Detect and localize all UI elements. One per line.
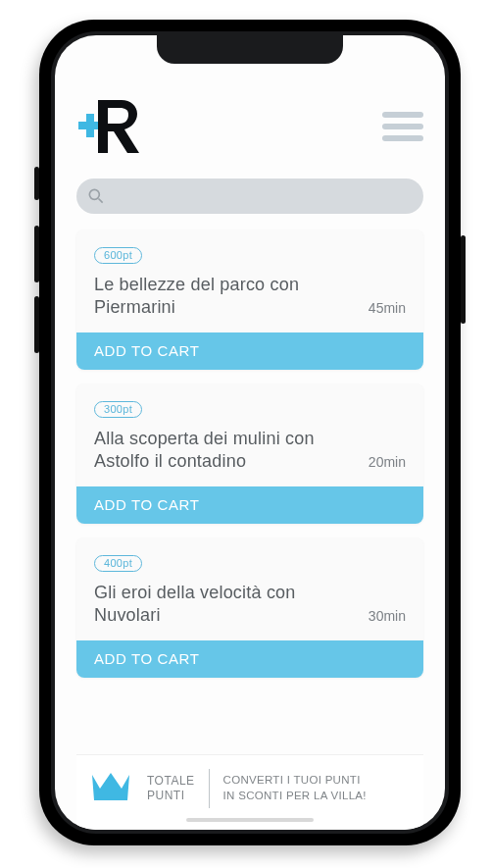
total-points-label: TOTALEPUNTI <box>147 774 195 803</box>
volume-down <box>34 296 39 353</box>
search-icon <box>86 186 106 206</box>
list-item[interactable]: 400pt Gli eroi della velocità con Nuvola… <box>76 537 423 678</box>
mute-switch <box>34 167 39 200</box>
side-button <box>461 235 466 324</box>
volume-up <box>34 226 39 282</box>
list-item[interactable]: 600pt Le bellezze del parco con Piermari… <box>76 230 423 370</box>
item-title: Alla scoperta dei mulini con Astolfo il … <box>94 428 355 473</box>
add-to-cart-button[interactable]: ADD TO CART <box>76 486 423 524</box>
convert-points-cta[interactable]: CONVERTI I TUOI PUNTIIN SCONTI PER LA VI… <box>223 773 416 803</box>
crown-icon <box>88 767 133 810</box>
menu-icon[interactable] <box>382 112 423 141</box>
points-badge: 600pt <box>94 247 142 264</box>
product-list: 600pt Le bellezze del parco con Piermari… <box>76 230 423 678</box>
search-bar[interactable] <box>76 179 423 214</box>
search-input[interactable] <box>106 179 423 214</box>
add-to-cart-button[interactable]: ADD TO CART <box>76 640 423 678</box>
notch <box>157 35 343 64</box>
divider <box>209 769 210 808</box>
svg-point-2 <box>89 189 99 199</box>
device-frame: 600pt Le bellezze del parco con Piermari… <box>39 20 461 845</box>
points-badge: 300pt <box>94 401 142 418</box>
svg-rect-1 <box>86 114 94 137</box>
points-badge: 400pt <box>94 555 142 572</box>
screen: 600pt Le bellezze del parco con Piermari… <box>55 35 445 830</box>
item-duration: 20min <box>369 454 406 473</box>
app-logo <box>76 96 145 157</box>
home-indicator <box>186 818 314 822</box>
svg-line-3 <box>99 199 103 203</box>
add-to-cart-button[interactable]: ADD TO CART <box>76 332 423 370</box>
list-item[interactable]: 300pt Alla scoperta dei mulini con Astol… <box>76 383 423 524</box>
item-title: Gli eroi della velocità con Nuvolari <box>94 582 355 627</box>
item-duration: 45min <box>369 300 406 319</box>
item-title: Le bellezze del parco con Piermarini <box>94 274 355 319</box>
item-duration: 30min <box>369 608 406 627</box>
